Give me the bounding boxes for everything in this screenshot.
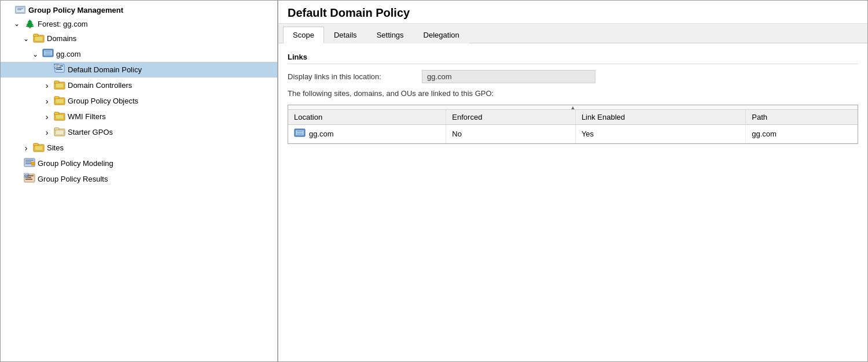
domain-node-icon	[42, 48, 54, 60]
svg-rect-18	[54, 81, 59, 83]
svg-rect-19	[56, 83, 64, 88]
row-location-text: gg.com	[309, 130, 334, 138]
right-panel: Default Domain Policy Scope Details Sett…	[278, 1, 867, 361]
tree-item-gpo[interactable]: Group Policy Objects	[1, 93, 277, 109]
svg-rect-21	[54, 97, 59, 99]
wmi-folder-icon	[54, 110, 65, 123]
links-table: Location Enforced Link Enabled Path	[288, 110, 858, 143]
svg-rect-9	[45, 51, 51, 53]
scope-content: Links Display links in this location: gg…	[278, 43, 867, 361]
tree-item-sites-label: Sites	[47, 143, 64, 152]
tree-item-ggcom[interactable]: gg.com	[1, 46, 277, 62]
tree-item-wmi-label: WMI Filters	[68, 112, 106, 121]
tree-item-root-label: Group Policy Management	[28, 6, 123, 14]
svg-rect-34	[25, 161, 31, 162]
expander-forest[interactable]	[12, 19, 21, 28]
links-section-title: Links	[288, 53, 858, 64]
left-panel: Group Policy Management 🌲 Forest: gg.com…	[1, 1, 278, 361]
tree-item-wmi[interactable]: WMI Filters	[1, 109, 277, 124]
tree-item-starter-gpos[interactable]: Starter GPOs	[1, 124, 277, 140]
panel-title: Default Domain Policy	[278, 1, 867, 24]
tree-item-gp-modeling[interactable]: Group Policy Modeling	[1, 156, 277, 171]
svg-rect-40	[25, 179, 32, 180]
table-header-row: Location Enforced Link Enabled Path	[288, 110, 858, 125]
tree-item-gp-results-label: Group Policy Results	[38, 175, 108, 183]
col-link-enabled: Link Enabled	[575, 110, 745, 125]
links-table-container: ▲ Location Enforced Link Enabled Path	[288, 105, 858, 144]
tree-item-gp-results[interactable]: GP Group Policy Results	[1, 171, 277, 187]
expander-ggcom[interactable]	[31, 50, 40, 59]
tree-item-domains[interactable]: Domains	[1, 31, 277, 46]
svg-rect-6	[35, 36, 43, 41]
tree-item-starter-gpos-label: Starter GPOs	[68, 128, 113, 136]
app-container: Group Policy Management 🌲 Forest: gg.com…	[0, 0, 868, 362]
tree-item-sites[interactable]: Sites	[1, 140, 277, 156]
svg-rect-5	[34, 34, 38, 36]
expander-wmi[interactable]	[42, 112, 52, 121]
description-text: The following sites, domains, and OUs ar…	[288, 89, 858, 98]
tab-delegation[interactable]: Delegation	[414, 27, 469, 43]
tree-item-default-policy-label: Default Domain Policy	[68, 65, 142, 74]
svg-rect-25	[56, 114, 64, 119]
location-cell: gg.com	[294, 128, 440, 140]
svg-rect-10	[45, 53, 51, 55]
table-row[interactable]: gg.com No Yes gg.com	[288, 125, 858, 143]
svg-text:GP: GP	[54, 64, 60, 68]
tree-item-forest-label: Forest: gg.com	[38, 20, 88, 28]
tab-scope[interactable]: Scope	[283, 27, 324, 43]
domain-controllers-icon	[54, 79, 65, 91]
col-enforced: Enforced	[446, 110, 576, 125]
modeling-icon	[24, 157, 35, 169]
row-location: gg.com	[288, 125, 446, 143]
svg-rect-27	[54, 128, 59, 130]
domains-folder-icon	[33, 32, 45, 45]
expander-sites[interactable]	[21, 143, 31, 153]
row-enforced: No	[446, 125, 576, 143]
tree-item-gpo-label: Group Policy Objects	[68, 97, 138, 105]
tree-item-root[interactable]: Group Policy Management	[1, 3, 277, 17]
svg-text:GP: GP	[24, 174, 30, 178]
tree-item-domain-controllers[interactable]: Domain Controllers	[1, 77, 277, 93]
row-link-enabled: Yes	[575, 125, 745, 143]
tab-settings[interactable]: Settings	[367, 27, 414, 43]
svg-rect-33	[25, 160, 34, 161]
display-links-row: Display links in this location: gg.com	[288, 70, 858, 83]
tree-item-forest[interactable]: 🌲 Forest: gg.com	[1, 17, 277, 31]
management-icon	[14, 5, 26, 15]
col-path: Path	[746, 110, 858, 125]
svg-rect-36	[31, 162, 35, 165]
svg-rect-28	[56, 130, 64, 135]
expander-domain-controllers[interactable]	[42, 81, 52, 90]
row-path: gg.com	[746, 125, 858, 143]
sites-folder-icon	[33, 142, 45, 154]
tree-item-gp-modeling-label: Group Policy Modeling	[38, 159, 113, 168]
tree-item-domain-controllers-label: Domain Controllers	[68, 81, 132, 90]
svg-rect-45	[297, 131, 303, 132]
expander-starter-gpos[interactable]	[42, 128, 52, 137]
tree-item-domains-label: Domains	[47, 34, 76, 43]
tab-details[interactable]: Details	[324, 27, 367, 43]
expander-domains[interactable]	[21, 34, 31, 43]
svg-rect-30	[34, 143, 38, 146]
tabs-bar: Scope Details Settings Delegation	[278, 24, 867, 43]
svg-rect-22	[56, 99, 64, 104]
display-links-value: gg.com	[422, 70, 595, 83]
svg-rect-46	[297, 133, 303, 135]
gpo-policy-icon: GP	[54, 64, 65, 76]
expander-gpo[interactable]	[42, 97, 52, 106]
starter-gpos-icon	[54, 126, 65, 138]
display-links-label: Display links in this location:	[288, 72, 415, 81]
gpo-folder-icon	[54, 95, 65, 107]
svg-rect-14	[56, 69, 62, 70]
forest-icon: 🌲	[24, 19, 35, 29]
tree-item-ggcom-label: gg.com	[56, 50, 81, 58]
svg-rect-31	[35, 146, 43, 150]
row-domain-icon	[294, 128, 306, 140]
col-location: Location	[288, 110, 446, 125]
tree-item-default-policy[interactable]: GP Default Domain Policy	[1, 62, 277, 77]
results-icon: GP	[24, 173, 35, 185]
svg-rect-24	[54, 112, 59, 114]
